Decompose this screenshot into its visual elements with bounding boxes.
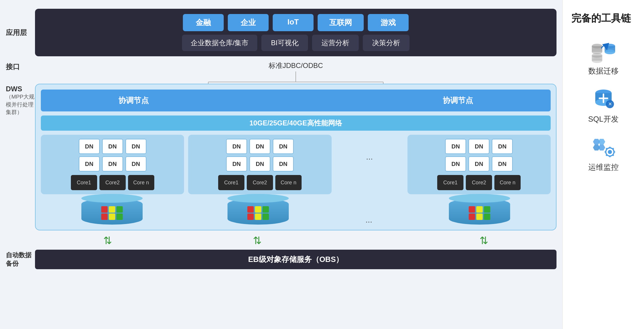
dn-box: DN [125,139,146,154]
sidebar-item-label-sql: SQL开发 [588,114,618,124]
dn-box: DN [226,139,247,154]
dn-clusters: DN DN DN DN DN DN Core1 Core2 Core n [41,135,551,194]
backup-row: 自动数据备份 EB级对象存储服务（OBS） [6,250,556,269]
core-box-1: Core1 [71,175,97,190]
cluster-dots: ... [336,135,403,162]
dn-cluster-1: DN DN DN DN DN DN Core1 Core2 Core n [41,135,184,194]
block-yellow-2 [255,214,261,220]
block-green-2 [116,214,123,220]
svg-point-25 [608,150,612,154]
sql-dev-icon: ✕ [589,88,618,111]
app-row1: 金融 企业 IoT 互联网 游戏 [42,14,550,31]
core-row-2: Core1 Core2 Core n [192,175,327,190]
sidebar-item-label-migration: 数据迁移 [588,66,619,76]
app-layer-box: 金融 企业 IoT 互联网 游戏 企业数据仓库/集市 BI可视化 运营分析 决策… [35,9,556,56]
block-green-2 [484,214,490,220]
block-col-yellow [476,206,483,220]
dn-box: DN [79,156,100,172]
core-row-1: Core1 Core2 Core n [45,175,180,190]
app-btn-iot: IoT [273,14,314,31]
interface-content: 标准JDBC/ODBC [35,61,556,82]
app-btn-jinrong: 金融 [183,14,224,31]
core-box-2: Core2 [247,175,273,190]
app-layer-label: 应用层 [6,28,35,38]
app-btn-youxi: 游戏 [368,14,409,31]
data-migration-icon [589,40,618,63]
dn-row-3a: DN DN DN [412,139,547,154]
double-arrow-3: ⇅ [480,235,488,247]
dn-box: DN [445,156,466,172]
drum-body-3 [449,198,510,225]
block-col-green [262,206,269,220]
block-col-yellow [255,206,261,220]
app-row2: 企业数据仓库/集市 BI可视化 运营分析 决策分析 [42,35,550,51]
svg-text:✕: ✕ [608,102,612,106]
app-btn-qiye: 企业 [228,14,269,31]
dn-row-1a: DN DN DN [45,139,180,154]
drum-blocks-1 [101,206,123,220]
core-box-1: Core1 [218,175,244,190]
core-box-1: Core1 [437,175,463,190]
block-yellow-2 [476,214,483,220]
dws-label-wrap: DWS （MPP大规模并行处理集群） [6,84,35,116]
sidebar-item-sql-dev: ✕ SQL开发 [571,88,635,124]
double-arrow-2: ⇅ [253,235,262,247]
storage-drum-3 [409,198,551,225]
network-bar: 10GE/25GE/40GE高性能网络 [41,116,551,131]
dn-row-3b: DN DN DN [412,156,547,172]
core-box-2: Core2 [466,175,492,190]
block-green-1 [116,206,123,213]
block-col-red [247,206,254,220]
svg-line-31 [613,155,614,156]
dn-box: DN [273,139,294,154]
sidebar-item-label-ops: 运维监控 [588,162,619,172]
core-box-n: Core n [494,175,521,190]
dn-row-2b: DN DN DN [192,156,327,172]
dws-outer-box: 协调节点 ... 协调节点 10GE/25GE/40GE高性能网络 DN DN … [35,84,556,230]
ops-monitor-icon [589,136,618,159]
coord-bar: 协调节点 ... 协调节点 [41,90,551,111]
arrow-cell-2: ⇅ [185,235,330,247]
dn-box: DN [102,156,123,172]
coord-part-2: 协调节点 [425,92,491,108]
block-yellow-1 [476,206,483,213]
dn-box: DN [125,156,146,172]
block-green-1 [484,206,490,213]
svg-line-30 [606,148,607,149]
sidebar-item-data-migration: 数据迁移 [571,40,635,76]
app-btn2-ops: 运营分析 [312,35,359,51]
drum-top-3 [449,194,510,203]
svg-marker-23 [598,145,605,150]
sidebar-title: 完备的工具链 [571,12,631,25]
dn-box: DN [226,156,247,172]
app-btn2-decision: 决策分析 [363,35,410,51]
dn-box: DN [445,139,466,154]
arrow-cell-1: ⇅ [35,235,181,247]
sidebar: 完备的工具链 [562,0,644,329]
app-btn2-bi: BI可视化 [261,35,308,51]
block-red-1 [469,206,475,213]
dn-box: DN [468,139,489,154]
coord-part-1: 协调节点 [101,92,166,108]
block-yellow-2 [109,214,115,220]
sidebar-item-ops-monitor: 运维监控 [571,136,635,172]
dws-sublabel: （MPP大规模并行处理集群） [6,93,35,116]
storage-row: ... [41,198,551,225]
drum-top-2 [228,194,289,203]
block-red-1 [247,206,254,213]
dn-box: DN [492,139,513,154]
storage-drum-1 [41,198,183,225]
block-red-1 [101,206,108,213]
dn-box: DN [79,139,100,154]
dn-box: DN [468,156,489,172]
app-btn2-dw: 企业数据仓库/集市 [182,35,258,51]
drum-body-1 [81,198,143,225]
svg-point-12 [605,50,615,54]
drum-blocks-3 [469,206,490,220]
app-layer-row: 应用层 金融 企业 IoT 互联网 游戏 企业数据仓库/集市 BI可视化 运营分… [6,9,556,56]
dn-box: DN [273,156,294,172]
block-red-2 [469,214,475,220]
core-box-2: Core2 [99,175,126,190]
drum-blocks-2 [247,206,269,220]
core-box-n: Core n [275,175,302,190]
